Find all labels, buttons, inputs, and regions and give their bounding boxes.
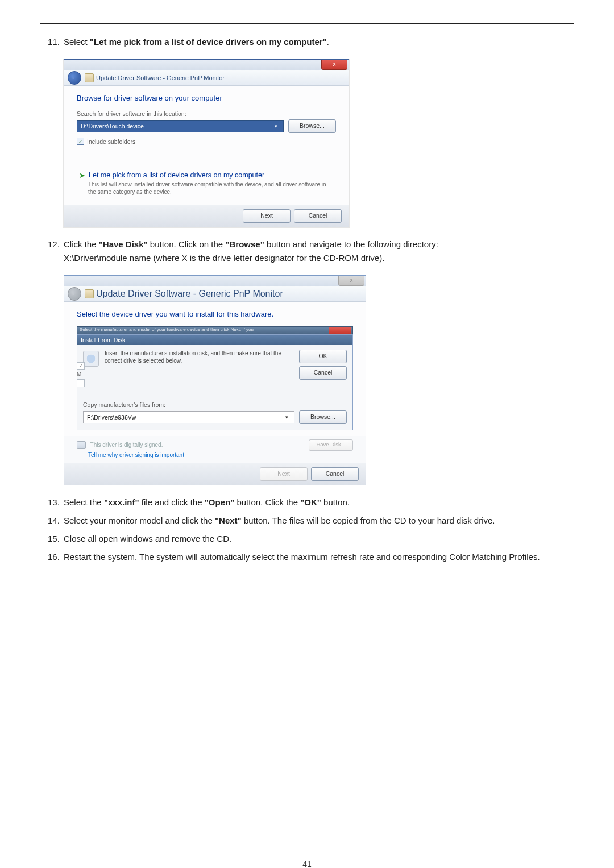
window-icon bbox=[85, 73, 94, 82]
step-11: 11. Select "Let me pick from a list of d… bbox=[40, 35, 574, 49]
top-rule bbox=[40, 23, 574, 24]
step-number: 12. bbox=[40, 238, 64, 251]
cancel-button-small[interactable]: Cancel bbox=[299, 366, 347, 380]
install-from-disk-text: Insert the manufacturer's installation d… bbox=[105, 350, 293, 364]
pick-option-title: Let me pick from a list of device driver… bbox=[89, 171, 264, 180]
install-from-disk-title: Install From Disk bbox=[77, 335, 352, 345]
screenshot-2: x ← Update Driver Software - Generic PnP… bbox=[64, 275, 574, 485]
dimmed-background-text: Select the manufacturer and model of you… bbox=[77, 326, 353, 334]
install-from-disk-dialog: Install From Disk Insert the manufacture… bbox=[77, 334, 353, 430]
next-button: Next bbox=[260, 467, 308, 481]
breadcrumb: ← Update Driver Software - Generic PnP M… bbox=[64, 286, 366, 302]
background-sidebar-hints: ✓ M bbox=[77, 362, 85, 387]
step-text: Select "Let me pick from a list of devic… bbox=[64, 35, 574, 49]
window-titlebar: x bbox=[64, 276, 366, 286]
step-number: 16. bbox=[40, 550, 64, 564]
back-arrow-icon[interactable]: ← bbox=[68, 287, 81, 301]
step-13: 13. Select the "xxx.inf" file and click … bbox=[40, 496, 574, 509]
window-icon bbox=[85, 289, 94, 298]
close-icon bbox=[329, 326, 351, 334]
chevron-down-icon[interactable]: ▾ bbox=[283, 412, 291, 423]
search-location-label: Search for driver software in this locat… bbox=[77, 110, 336, 117]
checkbox-icon: ✓ bbox=[77, 362, 85, 370]
step-number: 14. bbox=[40, 514, 64, 528]
driver-signing-link[interactable]: Tell me why driver signing is important bbox=[88, 452, 184, 458]
breadcrumb-text: Update Driver Software - Generic PnP Mon… bbox=[96, 74, 225, 81]
back-arrow-icon[interactable]: ← bbox=[68, 71, 81, 85]
step-16: 16. Restart the system. The system will … bbox=[40, 550, 574, 564]
screenshot-1: x ← Update Driver Software - Generic PnP… bbox=[64, 59, 574, 227]
step-text: Select your monitor model and click the … bbox=[64, 514, 574, 528]
shield-icon bbox=[77, 441, 86, 449]
page-number: 41 bbox=[40, 859, 574, 868]
let-me-pick-option[interactable]: ➤ Let me pick from a list of device driv… bbox=[77, 168, 336, 199]
step-14: 14. Select your monitor model and click … bbox=[40, 514, 574, 528]
step-text: Restart the system. The system will auto… bbox=[64, 550, 574, 564]
step-text: Click the "Have Disk" button. Click on t… bbox=[64, 238, 574, 265]
ok-button[interactable]: OK bbox=[299, 350, 347, 363]
pick-option-desc: This list will show installed driver sof… bbox=[88, 181, 334, 196]
include-subfolders-checkbox[interactable]: ✓ bbox=[77, 138, 84, 145]
step-number: 13. bbox=[40, 496, 64, 509]
driver-path-input[interactable]: D:\Drivers\Touch device ▾ bbox=[77, 120, 284, 132]
step-text: Close all open windows and remove the CD… bbox=[64, 532, 574, 546]
dialog-heading: Select the device driver you want to ins… bbox=[77, 310, 353, 318]
list-icon bbox=[77, 379, 85, 387]
cancel-button[interactable]: Cancel bbox=[294, 209, 342, 223]
close-icon[interactable]: x bbox=[338, 276, 364, 286]
copy-from-path-input[interactable]: F:\Drivers\e936Vw ▾ bbox=[83, 411, 294, 423]
cancel-button[interactable]: Cancel bbox=[311, 467, 359, 481]
step-15: 15. Close all open windows and remove th… bbox=[40, 532, 574, 546]
driver-signed-row: This driver is digitally signed. bbox=[77, 441, 163, 449]
chevron-down-icon[interactable]: ▾ bbox=[272, 121, 280, 132]
window-titlebar: x bbox=[64, 60, 349, 70]
browse-button[interactable]: Browse... bbox=[288, 119, 336, 133]
breadcrumb: ← Update Driver Software - Generic PnP M… bbox=[64, 70, 349, 86]
update-driver-dialog-2: x ← Update Driver Software - Generic PnP… bbox=[64, 275, 366, 485]
step-number: 15. bbox=[40, 532, 64, 546]
have-disk-button: Have Disk... bbox=[309, 439, 353, 451]
copy-from-label: Copy manufacturer's files from: bbox=[83, 401, 347, 408]
update-driver-dialog-1: x ← Update Driver Software - Generic PnP… bbox=[64, 59, 349, 227]
dialog-heading: Browse for driver software on your compu… bbox=[77, 94, 336, 102]
breadcrumb-text: Update Driver Software - Generic PnP Mon… bbox=[96, 289, 283, 299]
driver-signed-text: This driver is digitally signed. bbox=[90, 442, 163, 448]
step-number: 11. bbox=[40, 35, 64, 49]
step-12: 12. Click the "Have Disk" button. Click … bbox=[40, 238, 574, 265]
close-icon[interactable]: x bbox=[321, 60, 347, 70]
disk-icon bbox=[83, 351, 99, 367]
arrow-right-icon: ➤ bbox=[79, 171, 85, 180]
step-text: Select the "xxx.inf" file and click the … bbox=[64, 496, 574, 509]
include-subfolders-label: Include subfolders bbox=[87, 138, 135, 145]
browse-button[interactable]: Browse... bbox=[299, 410, 347, 424]
next-button[interactable]: Next bbox=[243, 209, 291, 223]
